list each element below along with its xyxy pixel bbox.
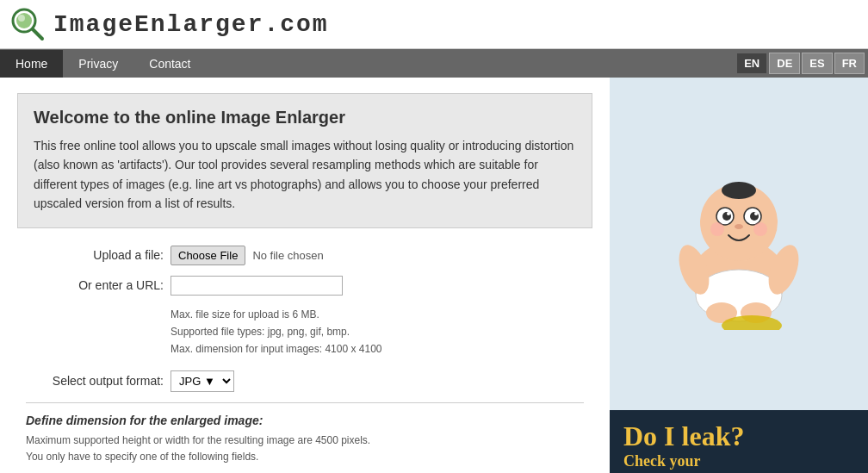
upload-label: Upload a file: xyxy=(26,248,164,262)
welcome-text: This free online tool allows you to upsc… xyxy=(34,136,576,214)
svg-point-7 xyxy=(722,182,756,199)
svg-point-15 xyxy=(710,222,724,236)
language-bar: EN DE ES FR xyxy=(733,49,868,78)
divider xyxy=(26,402,584,403)
site-title: ImageEnlarger.com xyxy=(53,11,329,38)
url-input[interactable] xyxy=(170,276,343,296)
nav-privacy[interactable]: Privacy xyxy=(63,50,133,78)
url-control xyxy=(170,276,343,296)
ad-text-block: Do I leak? Check your xyxy=(610,410,868,473)
choose-file-button[interactable]: Choose File xyxy=(170,246,245,265)
info-line1: Max. file size for upload is 6 MB. xyxy=(170,306,584,323)
output-label: Select output format: xyxy=(26,374,164,388)
output-format-select[interactable]: JPG ▼ PNG BMP xyxy=(170,370,234,392)
svg-point-13 xyxy=(754,212,758,215)
header: ImageEnlarger.com xyxy=(0,0,868,49)
ad-headline: Do I leak? xyxy=(623,420,854,452)
nav-contact[interactable]: Contact xyxy=(133,50,206,78)
no-file-text: No file chosen xyxy=(252,249,323,262)
ad-image-area xyxy=(610,78,868,410)
right-sidebar: Do I leak? Check your xyxy=(610,78,868,473)
lang-de[interactable]: DE xyxy=(769,53,800,74)
svg-point-2 xyxy=(18,15,25,22)
svg-point-10 xyxy=(727,212,730,215)
output-format-row: Select output format: JPG ▼ PNG BMP xyxy=(26,370,584,392)
max-line2: You only have to specify one of the foll… xyxy=(26,449,584,465)
svg-point-1 xyxy=(16,13,32,28)
info-line2: Supported file types: jpg, png, gif, bmp… xyxy=(170,323,584,340)
info-line3: Max. dimension for input images: 4100 x … xyxy=(170,340,584,358)
upload-row: Upload a file: Choose File No file chose… xyxy=(26,246,584,265)
url-row: Or enter a URL: xyxy=(26,276,584,296)
welcome-title: Welcome to the online Image Enlarger xyxy=(34,108,576,128)
main-layout: Welcome to the online Image Enlarger Thi… xyxy=(0,78,868,473)
define-dimension-title: Define dimension for the enlarged image: xyxy=(26,414,584,427)
upload-control: Choose File No file chosen xyxy=(170,246,324,265)
svg-point-16 xyxy=(753,222,767,236)
svg-point-14 xyxy=(735,224,743,229)
max-dimension-text: Maximum supported height or width for th… xyxy=(26,433,584,465)
url-label: Or enter a URL: xyxy=(26,278,164,292)
welcome-box: Welcome to the online Image Enlarger Thi… xyxy=(17,93,592,228)
nav-menu: Home Privacy Contact xyxy=(0,50,207,78)
max-line1: Maximum supported height or width for th… xyxy=(26,433,584,449)
logo-icon xyxy=(10,7,45,41)
nav-bar: Home Privacy Contact EN DE ES FR xyxy=(0,49,868,78)
form-area: Upload a file: Choose File No file chose… xyxy=(17,246,592,466)
file-info-text: Max. file size for upload is 6 MB. Suppo… xyxy=(170,306,584,358)
output-control: JPG ▼ PNG BMP xyxy=(170,370,234,392)
lang-es[interactable]: ES xyxy=(802,53,832,74)
svg-line-3 xyxy=(33,29,42,39)
nav-home[interactable]: Home xyxy=(0,50,63,78)
left-content: Welcome to the online Image Enlarger Thi… xyxy=(0,78,610,473)
baby-illustration xyxy=(653,158,825,330)
ad-subtext: Check your xyxy=(623,452,854,470)
lang-en[interactable]: EN xyxy=(736,53,767,74)
lang-fr[interactable]: FR xyxy=(834,53,865,74)
